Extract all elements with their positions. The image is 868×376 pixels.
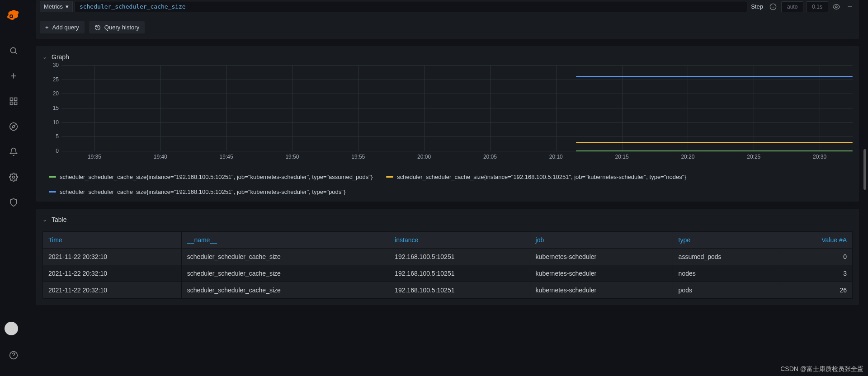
cell: 192.168.100.5:10251: [389, 265, 530, 282]
x-tick: 19:45: [220, 154, 233, 160]
scrollbar[interactable]: [863, 149, 866, 190]
table-panel-header[interactable]: ⌄ Table: [42, 213, 853, 228]
series-assumed_pods[interactable]: [576, 150, 853, 151]
step-value[interactable]: auto: [781, 1, 803, 12]
cell: scheduler_scheduler_cache_size: [181, 249, 389, 265]
svg-rect-7: [14, 98, 17, 101]
cell: 192.168.100.5:10251: [389, 249, 530, 265]
svg-point-18: [835, 6, 837, 8]
table-panel: ⌄ Table Time__name__instancejobtypeValue…: [36, 209, 859, 305]
table-body: 2021-11-22 20:32:10scheduler_scheduler_c…: [43, 249, 853, 299]
svg-point-2: [10, 47, 16, 53]
legend-item[interactable]: scheduler_scheduler_cache_size{instance=…: [386, 174, 686, 180]
cell: 3: [780, 265, 853, 282]
cell: nodes: [673, 265, 780, 282]
admin-icon[interactable]: [5, 193, 23, 212]
step-label: Step: [749, 3, 765, 10]
search-icon[interactable]: [5, 42, 23, 60]
x-tick: 19:50: [285, 154, 299, 160]
cell: 2021-11-22 20:32:10: [43, 249, 182, 265]
x-tick: 20:00: [417, 154, 431, 160]
table-row[interactable]: 2021-11-22 20:32:10scheduler_scheduler_c…: [43, 249, 853, 265]
chevron-down-icon: ⌄: [42, 216, 47, 223]
table-wrap: Time__name__instancejobtypeValue #A 2021…: [42, 231, 853, 299]
eye-icon[interactable]: [831, 1, 842, 12]
col-time[interactable]: Time: [43, 232, 182, 249]
dashboards-icon[interactable]: [5, 92, 23, 110]
legend-item[interactable]: scheduler_scheduler_cache_size{instance=…: [49, 188, 345, 195]
x-axis: 19:3519:4019:4519:5019:5520:0020:0520:10…: [61, 154, 853, 161]
configuration-icon[interactable]: [5, 168, 23, 186]
chart-legend: scheduler_scheduler_cache_size{instance=…: [49, 169, 853, 195]
cell: pods: [673, 282, 780, 299]
legend-label: scheduler_scheduler_cache_size{instance=…: [60, 188, 345, 195]
exec-time: 0.1s: [806, 1, 828, 12]
col-job[interactable]: job: [530, 232, 673, 249]
svg-marker-11: [12, 125, 15, 128]
action-row: + Add query Query history: [40, 21, 855, 33]
x-tick: 20:25: [747, 154, 760, 160]
chart-area[interactable]: 051015202530 19:3519:4019:4519:5019:5520…: [46, 65, 853, 169]
remove-query-icon[interactable]: [844, 1, 855, 12]
svg-point-12: [13, 176, 15, 179]
svg-rect-9: [14, 102, 17, 105]
col-value-a[interactable]: Value #A: [780, 232, 853, 249]
grafana-logo[interactable]: [6, 9, 21, 24]
x-tick: 20:30: [813, 154, 826, 160]
cell: 192.168.100.5:10251: [389, 282, 530, 299]
x-tick: 20:20: [681, 154, 694, 160]
svg-point-10: [10, 123, 18, 131]
y-tick: 0: [56, 148, 59, 154]
legend-swatch: [49, 176, 56, 178]
series-pods[interactable]: [576, 76, 853, 77]
cell: 26: [780, 282, 853, 299]
query-row: Metrics ▾ Step auto 0.1s: [40, 0, 855, 12]
col--name-[interactable]: __name__: [181, 232, 389, 249]
alerting-icon[interactable]: [5, 143, 23, 161]
chart-plot[interactable]: [61, 65, 853, 151]
svg-rect-8: [10, 102, 13, 105]
query-history-button[interactable]: Query history: [89, 21, 145, 33]
sidebar-bottom: [5, 322, 23, 371]
legend-swatch: [49, 191, 56, 193]
chevron-down-icon: ▾: [66, 3, 69, 10]
legend-item[interactable]: scheduler_scheduler_cache_size{instance=…: [49, 174, 373, 180]
avatar[interactable]: [5, 322, 18, 335]
cell: kubernetes-scheduler: [530, 265, 673, 282]
metrics-dropdown[interactable]: Metrics ▾: [40, 1, 73, 12]
history-icon: [94, 24, 101, 31]
legend-swatch: [386, 176, 393, 178]
y-tick: 30: [53, 62, 59, 68]
svg-rect-6: [10, 98, 13, 101]
table-title: Table: [52, 216, 66, 223]
cell: scheduler_scheduler_cache_size: [181, 265, 389, 282]
explore-icon[interactable]: [5, 118, 23, 136]
query-expression-input[interactable]: [75, 1, 747, 12]
help-icon[interactable]: [5, 346, 23, 364]
cell: kubernetes-scheduler: [530, 282, 673, 299]
data-table: Time__name__instancejobtypeValue #A 2021…: [42, 231, 853, 299]
table-row[interactable]: 2021-11-22 20:32:10scheduler_scheduler_c…: [43, 282, 853, 299]
query-history-label: Query history: [104, 24, 139, 31]
chevron-down-icon: ⌄: [42, 54, 47, 60]
x-tick: 19:35: [88, 154, 101, 160]
info-icon[interactable]: [768, 1, 778, 12]
cell: kubernetes-scheduler: [530, 249, 673, 265]
table-header-row: Time__name__instancejobtypeValue #A: [43, 232, 853, 249]
add-query-button[interactable]: + Add query: [40, 21, 85, 33]
x-tick: 19:55: [351, 154, 365, 160]
x-tick: 20:15: [615, 154, 629, 160]
cell: 2021-11-22 20:32:10: [43, 282, 182, 299]
y-tick: 15: [53, 105, 59, 111]
plus-icon[interactable]: [5, 67, 23, 85]
table-row[interactable]: 2021-11-22 20:32:10scheduler_scheduler_c…: [43, 265, 853, 282]
x-tick: 19:40: [154, 154, 167, 160]
series-nodes[interactable]: [576, 142, 853, 143]
x-tick: 20:05: [483, 154, 497, 160]
col-instance[interactable]: instance: [389, 232, 530, 249]
graph-title: Graph: [52, 53, 69, 61]
watermark: CSDN @富士康质检员张全蛋: [780, 365, 863, 373]
col-type[interactable]: type: [673, 232, 780, 249]
graph-panel-header[interactable]: ⌄ Graph: [42, 51, 853, 65]
legend-label: scheduler_scheduler_cache_size{instance=…: [397, 174, 686, 180]
